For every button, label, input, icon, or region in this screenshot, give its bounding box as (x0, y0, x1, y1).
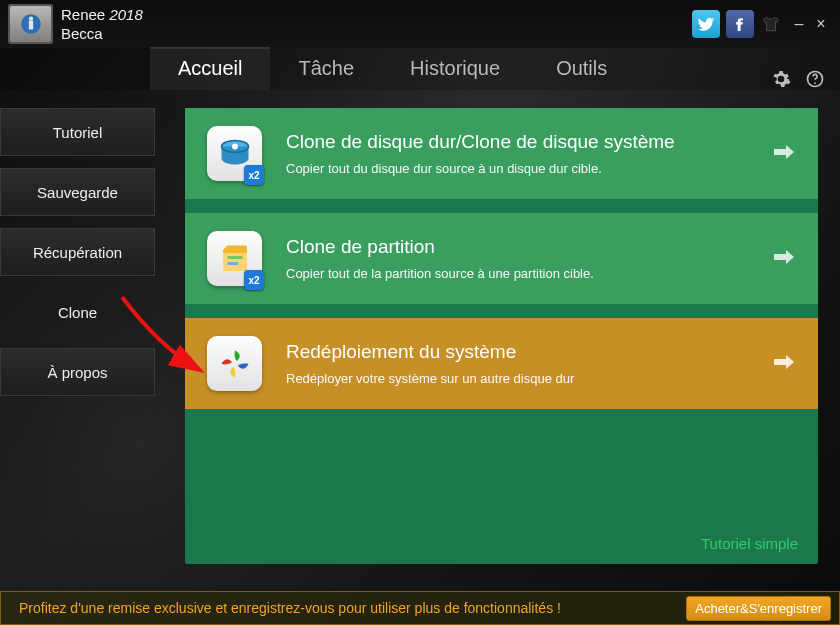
gear-icon[interactable] (770, 68, 792, 90)
promo-text: Profitez d'une remise exclusive et enreg… (19, 600, 686, 616)
option-title: Clone de disque dur/Clone de disque syst… (286, 131, 760, 153)
twitter-icon[interactable] (692, 10, 720, 38)
option-clone-partition[interactable]: x2 Clone de partition Copier tout de la … (185, 213, 818, 304)
app-title: Renee 2018 Becca (61, 5, 143, 43)
tutoriel-simple-link[interactable]: Tutoriel simple (701, 535, 798, 552)
arrow-right-icon (772, 352, 796, 376)
partition-clone-icon: x2 (207, 231, 262, 286)
sidebar-item-recuperation[interactable]: Récupération (0, 228, 155, 276)
option-desc: Copier tout de la partition source à une… (286, 266, 760, 281)
svg-point-4 (814, 82, 816, 84)
disk-clone-icon: x2 (207, 126, 262, 181)
buy-register-button[interactable]: Acheter&S'enregistrer (686, 596, 831, 621)
option-title: Clone de partition (286, 236, 760, 258)
option-desc: Redéployer votre système sur un autre di… (286, 371, 760, 386)
tshirt-icon[interactable] (760, 13, 782, 35)
body-area: Tutoriel Sauvegarde Récupération Clone À… (0, 90, 840, 582)
option-desc: Copier tout du disque dur source à un di… (286, 161, 760, 176)
x2-badge-icon: x2 (244, 270, 264, 290)
svg-point-2 (28, 16, 32, 20)
content-area: x2 Clone de disque dur/Clone de disque s… (155, 90, 840, 582)
svg-rect-1 (28, 21, 32, 30)
options-panel: x2 Clone de disque dur/Clone de disque s… (185, 108, 818, 564)
x2-badge-icon: x2 (244, 165, 264, 185)
option-title: Redéploiement du système (286, 341, 760, 363)
sidebar-item-tutoriel[interactable]: Tutoriel (0, 108, 155, 156)
tab-accueil[interactable]: Accueil (150, 49, 270, 90)
option-redeploiement[interactable]: Redéploiement du système Redéployer votr… (185, 318, 818, 409)
minimize-button[interactable]: – (788, 13, 810, 35)
option-clone-disque[interactable]: x2 Clone de disque dur/Clone de disque s… (185, 108, 818, 199)
tab-tache[interactable]: Tâche (270, 49, 382, 90)
sidebar-item-clone[interactable]: Clone (0, 288, 155, 336)
svg-rect-8 (227, 256, 242, 259)
sidebar-item-sauvegarde[interactable]: Sauvegarde (0, 168, 155, 216)
arrow-right-icon (772, 247, 796, 271)
arrow-right-icon (772, 142, 796, 166)
promo-bar: Profitez d'une remise exclusive et enreg… (0, 591, 840, 625)
app-title-line2: Becca (61, 25, 103, 42)
tab-outils[interactable]: Outils (528, 49, 635, 90)
facebook-icon[interactable] (726, 10, 754, 38)
app-title-line1b: 2018 (109, 6, 142, 23)
top-nav: Accueil Tâche Historique Outils (0, 48, 840, 90)
svg-point-7 (232, 143, 238, 149)
close-button[interactable]: × (810, 13, 832, 35)
sidebar-item-apropos[interactable]: À propos (0, 348, 155, 396)
title-bar: Renee 2018 Becca – × (0, 0, 840, 48)
help-icon[interactable] (804, 68, 826, 90)
tab-historique[interactable]: Historique (382, 49, 528, 90)
app-logo-icon (8, 4, 53, 44)
app-title-line1a: Renee (61, 6, 109, 23)
windows-icon (207, 336, 262, 391)
svg-rect-9 (227, 262, 238, 265)
sidebar: Tutoriel Sauvegarde Récupération Clone À… (0, 90, 155, 582)
